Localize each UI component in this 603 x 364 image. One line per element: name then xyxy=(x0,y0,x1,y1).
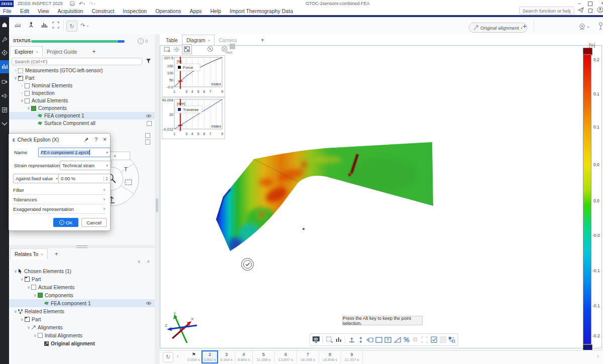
3d-view-icon[interactable]: 3D xyxy=(312,335,320,344)
expander-icon[interactable]: ∨ xyxy=(20,98,25,103)
confirm-point-badge[interactable] xyxy=(241,258,254,271)
save-icon[interactable] xyxy=(70,1,75,6)
anchor-point-icon[interactable] xyxy=(348,335,355,344)
expander-icon[interactable]: ∨ xyxy=(13,76,18,80)
cancel-button[interactable]: Cancel xyxy=(81,218,107,227)
expander-icon[interactable]: ∨ xyxy=(33,293,38,298)
expander-icon[interactable]: ∨ xyxy=(26,325,31,330)
fixed-value-spinner[interactable]: 0.00 % ▲▼ xyxy=(58,174,111,183)
tree-item-fea-component-1[interactable]: FEA component 1 xyxy=(9,299,155,307)
menu-construct[interactable]: Construct xyxy=(90,8,115,14)
stage-cell-3[interactable]: 3 6.394 s xyxy=(218,350,235,363)
stage-cell-5[interactable]: 5 11.395 s xyxy=(253,350,275,363)
collapse-all-icon[interactable]: » xyxy=(137,260,142,263)
filter-funnel-icon[interactable] xyxy=(146,58,151,64)
visibility-checkbox[interactable] xyxy=(145,140,150,145)
add-alignment-button[interactable]: + xyxy=(523,22,527,30)
tree-item-actual-elements[interactable]: ∨ Actual Elements xyxy=(9,97,155,104)
menu-file[interactable]: File xyxy=(2,8,13,14)
close-button[interactable]: × xyxy=(598,1,603,6)
tolerances-section-header[interactable]: Tolerances ∨ xyxy=(13,195,106,204)
pin-icon[interactable] xyxy=(84,137,89,142)
spinner-arrows[interactable]: ▲▼ xyxy=(104,176,108,181)
extensions-puzzle-icon[interactable] xyxy=(587,7,593,13)
stage-cell-2[interactable]: 2 3.892 s xyxy=(202,350,218,363)
tree-item-alignments[interactable]: ∨ Alignments xyxy=(9,323,155,331)
expander-icon[interactable]: ∨ xyxy=(13,269,18,274)
validate-workspace-icon[interactable] xyxy=(0,118,9,130)
tree-item-initial-alignments[interactable]: ∨ Initial Alignments xyxy=(9,331,155,339)
visibility-eye-icon[interactable] xyxy=(146,301,152,305)
menu-import-thermography[interactable]: Import Thermography Data xyxy=(229,8,294,14)
fit-view-icon[interactable] xyxy=(52,22,59,29)
add-view-tab-button[interactable]: + xyxy=(261,37,264,44)
timeline-refresh-button[interactable]: ↻ xyxy=(163,352,173,362)
reference-mode-select[interactable]: Against fixed value ▾ xyxy=(13,174,60,183)
diagram-export-icon[interactable] xyxy=(164,46,171,53)
tree-item-part-2[interactable]: ∨ Part xyxy=(9,315,155,323)
stage-cell-flag[interactable]: ⚑ 0.000 s xyxy=(186,350,202,363)
strain-representation-select[interactable]: Technical strain ▾ xyxy=(60,161,111,170)
dialog-titlebar[interactable]: ε Check Epsilon (X) ? × xyxy=(9,134,110,146)
fea-model-3d[interactable] xyxy=(201,135,437,258)
tree-item-fea-component-1[interactable]: FEA component 1 xyxy=(9,112,155,119)
menu-acquisition[interactable]: Acquisition xyxy=(57,8,84,14)
report-workspace-icon[interactable] xyxy=(0,104,9,115)
help-icon[interactable]: ? xyxy=(94,137,97,143)
undo-dropdown-icon[interactable]: ▾ xyxy=(83,2,85,6)
expand-all-icon[interactable]: » xyxy=(146,260,151,263)
tree-item-related-elements[interactable]: ∨ Related Elements xyxy=(9,307,155,315)
undo-icon[interactable]: ↶ xyxy=(79,1,83,7)
close-icon[interactable]: × xyxy=(41,252,43,257)
visibility-checkbox[interactable] xyxy=(145,133,150,138)
expander-icon[interactable]: ∨ xyxy=(13,309,18,314)
filter-section-header[interactable]: Filter ∨ xyxy=(13,185,106,195)
redo-calculation-icon[interactable]: ↷ xyxy=(80,22,85,29)
diagram-settings-gear-icon[interactable] xyxy=(173,46,180,53)
expander-icon[interactable]: ∨ xyxy=(26,285,31,290)
inspection-workspace-icon[interactable] xyxy=(0,60,9,73)
status-info-badge[interactable]: i 0 xyxy=(138,38,148,44)
tab-explorer[interactable]: Explorer × xyxy=(10,46,43,57)
tree-item-chosen-elements[interactable]: ∨ Chosen Elements (1) xyxy=(9,267,155,275)
label-tag-icon[interactable] xyxy=(366,335,374,344)
tree-item-surface-component-all[interactable]: Surface Component all xyxy=(9,119,155,127)
deviation-histogram-icon[interactable] xyxy=(41,22,48,29)
stage-cell-4[interactable]: 4 8.894 s xyxy=(235,350,253,363)
help-search-input[interactable] xyxy=(519,7,574,15)
expander-icon[interactable]: › xyxy=(20,91,25,95)
recalculate-button[interactable]: ↻ xyxy=(66,21,77,32)
tab-camera[interactable]: Camera xyxy=(215,35,241,45)
alignment-selector[interactable]: Original alignment ▾ xyxy=(469,23,527,33)
home-workspace-icon[interactable] xyxy=(0,19,9,30)
close-icon[interactable]: × xyxy=(103,136,107,143)
expander-icon[interactable]: ∨ xyxy=(33,333,38,338)
tree-item-nominal-elements[interactable]: › Nominal Elements xyxy=(9,82,155,89)
ruler-triangle-icon[interactable] xyxy=(393,335,401,344)
menu-edit[interactable]: Edit xyxy=(19,8,30,14)
snapshot-icon[interactable] xyxy=(579,23,585,30)
link-percent-icon[interactable] xyxy=(403,335,410,344)
digitize-icon[interactable] xyxy=(28,21,35,29)
stage-cell-6[interactable]: 6 13.897 s xyxy=(275,350,297,363)
expander-icon[interactable]: ∨ xyxy=(20,317,25,322)
menu-view[interactable]: View xyxy=(37,8,50,14)
annotation-rect-icon[interactable] xyxy=(375,335,383,344)
stage-cell-9[interactable]: 9 21.397 s xyxy=(341,350,363,363)
tree-item-part[interactable]: ∨ Part xyxy=(9,74,155,82)
force-chart[interactable]: 207.5 150 100 50 -0.0 [N] Force Index 1 … xyxy=(162,55,225,97)
timeline-prev-icon[interactable]: ‹ xyxy=(177,353,179,359)
feedback-icon[interactable] xyxy=(578,7,584,13)
redo-icon[interactable]: ↷ xyxy=(89,1,93,7)
compare-split-icon[interactable] xyxy=(448,335,456,344)
expander-icon[interactable]: › xyxy=(20,83,25,88)
split-point-icon[interactable] xyxy=(357,335,364,344)
explorer-search-input[interactable] xyxy=(12,58,142,65)
ok-button[interactable]: ✓ OK xyxy=(53,218,78,227)
close-icon[interactable]: × xyxy=(36,50,38,54)
expander-icon[interactable]: › xyxy=(13,68,18,73)
announce-workspace-icon[interactable] xyxy=(0,90,9,101)
traverse-chart[interactable]: 40.004 20 -0.012 [mm] Traverse Index 1 3… xyxy=(162,97,225,139)
movie-workspace-icon[interactable] xyxy=(0,76,9,87)
wheel-text-tool-icon[interactable]: T xyxy=(124,166,128,172)
